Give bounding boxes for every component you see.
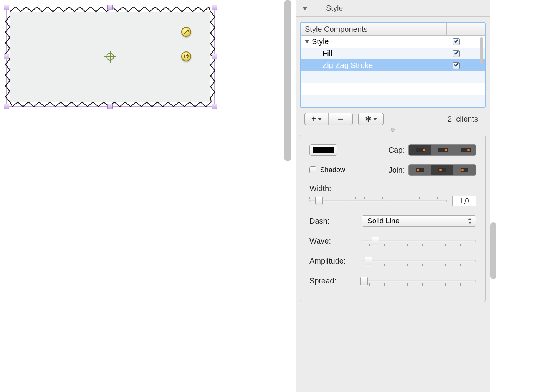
width-slider[interactable] (309, 195, 447, 207)
shadow-checkbox[interactable] (309, 166, 316, 173)
resize-handle-se[interactable] (212, 104, 217, 109)
join-miter[interactable] (409, 165, 431, 175)
resize-handle-ne[interactable] (212, 5, 217, 10)
style-panel: Style Style Components Style Fill Zig Z (296, 0, 490, 392)
tree-row-empty (301, 83, 485, 95)
resize-handle-e[interactable] (212, 54, 217, 59)
clients-count-value: 2 (448, 115, 452, 123)
spread-label: Spread: (309, 277, 362, 285)
shadow-label: Shadow (320, 166, 345, 174)
tree-row-fill[interactable]: Fill (301, 48, 485, 59)
tree-scrollbar[interactable] (480, 37, 483, 64)
tree-row-label: Fill (322, 49, 332, 58)
tree-row-label: Zig Zag Stroke (322, 61, 373, 70)
panel-header[interactable]: Style (296, 0, 490, 17)
tree-row-checkbox[interactable] (453, 38, 460, 45)
popup-arrows-icon (468, 218, 472, 224)
width-field[interactable]: 1,0 (452, 196, 476, 206)
resize-handle-w[interactable] (4, 54, 9, 59)
panel-scrollbar[interactable] (490, 222, 496, 279)
spread-slider[interactable] (362, 275, 476, 287)
join-label: Join: (385, 166, 408, 175)
move-handle-icon[interactable] (181, 27, 191, 37)
width-label: Width: (309, 184, 331, 193)
add-remove-group: + − (304, 113, 353, 125)
tree-row-empty (301, 95, 485, 107)
tree-row-zigzag[interactable]: Zig Zag Stroke (301, 59, 485, 71)
style-components-list: Style Components Style Fill Zig Zag Stro… (300, 22, 486, 108)
cap-butt[interactable] (409, 145, 431, 155)
amplitude-slider[interactable] (362, 255, 476, 267)
dash-value: Solid Line (367, 217, 399, 225)
join-bevel[interactable] (453, 165, 476, 175)
dash-popup[interactable]: Solid Line (362, 215, 476, 227)
clients-count-label: clients (456, 115, 478, 123)
panel-title: Style (326, 4, 343, 13)
clients-count: 2 clients (448, 115, 478, 124)
gear-icon: ✻ (365, 115, 372, 123)
style-components-header-label: Style Components (305, 25, 367, 34)
shape-preview (0, 0, 230, 123)
resize-handle-s[interactable] (107, 104, 113, 109)
tree-row-checkbox[interactable] (453, 50, 460, 57)
rotate-handle-icon[interactable] (181, 51, 191, 61)
resize-handle-nw[interactable] (4, 5, 9, 10)
add-component-button[interactable]: + (305, 113, 329, 125)
cap-segmented (408, 144, 476, 156)
resize-handle-sw[interactable] (4, 104, 9, 109)
disclosure-icon[interactable] (305, 40, 309, 43)
canvas-scrollbar[interactable] (284, 0, 291, 161)
cap-square[interactable] (453, 145, 476, 155)
wave-slider[interactable] (362, 235, 476, 247)
stroke-properties: Cap: Shadow Join: Width: (300, 135, 486, 302)
panel-grip-icon[interactable] (391, 128, 395, 132)
remove-component-button[interactable]: − (329, 113, 352, 125)
component-actions-button[interactable]: ✻ (359, 113, 383, 125)
join-round[interactable] (431, 165, 453, 175)
amplitude-label: Amplitude: (309, 257, 362, 265)
actions-group: ✻ (358, 113, 384, 125)
join-segmented (408, 164, 476, 176)
wave-label: Wave: (309, 237, 362, 245)
canvas[interactable] (0, 0, 284, 392)
panel-disclosure-icon[interactable] (302, 7, 308, 10)
tree-row-style[interactable]: Style (301, 36, 485, 48)
tree-row-label: Style (312, 37, 329, 46)
dash-label: Dash: (309, 217, 362, 226)
resize-handle-n[interactable] (107, 5, 113, 10)
tree-row-empty (301, 71, 485, 83)
cap-round[interactable] (431, 145, 453, 155)
tree-row-checkbox[interactable] (453, 62, 460, 69)
stroke-color-swatch[interactable] (309, 144, 337, 156)
style-components-header: Style Components (301, 23, 485, 36)
cap-label: Cap: (385, 146, 408, 155)
